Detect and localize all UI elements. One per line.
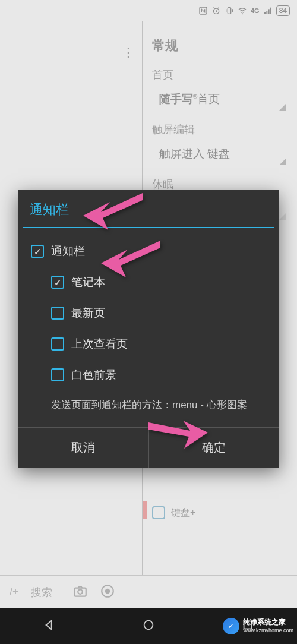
- watermark-name: 纯净系统之家: [243, 618, 286, 626]
- watermark: ✓ 纯净系统之家 www.kzmyhome.com: [223, 608, 297, 644]
- checkbox-icon: [51, 368, 64, 381]
- dialog-buttons: 取消 确定: [18, 427, 279, 468]
- check-label: 笔记本: [71, 274, 105, 290]
- check-white-foreground[interactable]: 白色前景: [51, 367, 266, 383]
- checkbox-icon: [51, 337, 64, 351]
- notification-dialog: 通知栏 通知栏 笔记本 最新页 上次查看页 白色前景 发送页面到通知栏的方法：m…: [18, 190, 279, 468]
- dialog-hint: 发送页面到通知栏的方法：menu - 心形图案: [51, 398, 266, 412]
- check-latest-page[interactable]: 最新页: [51, 305, 266, 321]
- confirm-button[interactable]: 确定: [149, 428, 280, 468]
- check-label: 白色前景: [71, 367, 116, 383]
- check-label: 通知栏: [51, 244, 85, 259]
- watermark-logo-icon: ✓: [223, 618, 239, 634]
- watermark-url: www.kzmyhome.com: [243, 627, 293, 633]
- nav-home-button[interactable]: [142, 618, 155, 634]
- check-last-viewed[interactable]: 上次查看页: [51, 336, 266, 352]
- checkbox-icon: [31, 245, 44, 258]
- check-label: 最新页: [71, 305, 105, 321]
- checkbox-icon: [51, 276, 64, 289]
- dialog-title: 通知栏: [18, 190, 279, 227]
- dialog-body: 通知栏 笔记本 最新页 上次查看页 白色前景 发送页面到通知栏的方法：menu …: [18, 228, 279, 427]
- checkbox-icon: [51, 307, 64, 320]
- check-notebook[interactable]: 笔记本: [51, 274, 266, 290]
- svg-point-12: [144, 621, 153, 630]
- nav-back-button[interactable]: [43, 618, 56, 634]
- check-notification-bar[interactable]: 通知栏: [31, 244, 266, 259]
- check-label: 上次查看页: [71, 336, 128, 352]
- cancel-button[interactable]: 取消: [18, 428, 149, 468]
